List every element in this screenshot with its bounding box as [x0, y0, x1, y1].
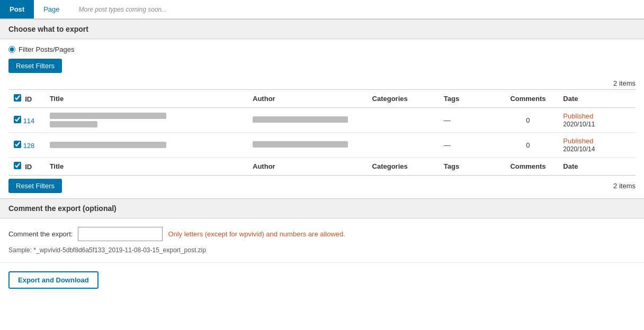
col-header-checkbox: ID: [8, 90, 44, 108]
row2-status: Published: [563, 137, 593, 145]
comment-hint: Only letters (except for wpvivid) and nu…: [168, 230, 345, 238]
tab-page[interactable]: Page: [34, 0, 69, 19]
footer-col-date: Date: [558, 158, 636, 176]
row1-date-cell: Published 2020/10/11: [558, 108, 636, 133]
row2-author-bar: [253, 141, 348, 148]
reset-filters-button-top[interactable]: Reset Filters: [8, 59, 62, 73]
comment-row: Comment the export: Only letters (except…: [8, 227, 636, 241]
footer-reset-row: Reset Filters 2 items: [0, 176, 644, 198]
row1-id-link[interactable]: 114: [23, 117, 35, 125]
col-header-categories: Categories: [367, 90, 439, 108]
row1-checkbox[interactable]: [14, 116, 21, 123]
posts-table: ID Title Author Categories Tags Comments…: [8, 89, 636, 176]
row1-author-bar: [253, 116, 348, 123]
footer-col-author: Author: [247, 158, 367, 176]
items-count-top: 2 items: [0, 77, 644, 89]
comment-sample: Sample: *_wpvivid-5dbf8d6a5f133_2019-11-…: [8, 246, 636, 254]
footer-col-comments: Comments: [498, 158, 558, 176]
select-all-checkbox[interactable]: [14, 94, 21, 102]
row2-title-bars: [50, 142, 242, 148]
row2-checkbox[interactable]: [14, 141, 21, 148]
comment-input[interactable]: [78, 227, 163, 241]
row2-title-bar1: [50, 142, 166, 148]
row2-author-cell: [247, 133, 367, 158]
row1-tags-cell: —: [439, 108, 498, 133]
col-header-date: Date: [558, 90, 636, 108]
footer-col-categories: Categories: [367, 158, 439, 176]
comment-section-header: Comment the export (optional): [0, 198, 644, 218]
col-header-title: Title: [44, 90, 247, 108]
col-header-comments: Comments: [498, 90, 558, 108]
export-download-button[interactable]: Export and Download: [8, 271, 99, 289]
row2-id-link[interactable]: 128: [23, 142, 35, 150]
items-count-bottom-value: 2 items: [613, 182, 636, 190]
export-area: Export and Download: [0, 262, 644, 297]
tabs-container: Post Page More post types coming soon...: [0, 0, 644, 19]
footer-col-id: ID: [8, 158, 44, 176]
row1-categories-cell: [367, 108, 439, 133]
table-row: 128 — 0 Published 2020/10: [8, 133, 636, 158]
row1-author-cell: [247, 108, 367, 133]
footer-col-tags: Tags: [439, 158, 498, 176]
comment-section-body: Comment the export: Only letters (except…: [0, 218, 644, 262]
row2-id-cell: 128: [8, 133, 44, 158]
row1-title-bar2: [50, 121, 97, 127]
items-count-top-value: 2 items: [613, 79, 636, 87]
row1-title-bar1: [50, 113, 166, 119]
row2-comments-cell: 0: [498, 133, 558, 158]
row1-title-cell: [44, 108, 247, 133]
tab-more-post-types: More post types coming soon...: [69, 0, 177, 19]
col-header-author: Author: [247, 90, 367, 108]
row2-tags-cell: —: [439, 133, 498, 158]
choose-export-title: Choose what to export: [8, 25, 88, 33]
row2-title-cell: [44, 133, 247, 158]
row2-categories-cell: [367, 133, 439, 158]
row1-comments-cell: 0: [498, 108, 558, 133]
row1-status: Published: [563, 112, 593, 120]
table-header-row: ID Title Author Categories Tags Comments…: [8, 90, 636, 108]
reset-filters-button-bottom[interactable]: Reset Filters: [8, 179, 62, 193]
row1-date: 2020/10/11: [563, 121, 595, 128]
filter-radio[interactable]: [8, 46, 15, 53]
filter-label-text: Filter Posts/Pages: [19, 45, 75, 53]
tab-post[interactable]: Post: [0, 0, 34, 19]
row2-date: 2020/10/14: [563, 145, 595, 153]
choose-export-header: Choose what to export: [0, 19, 644, 39]
filter-label[interactable]: Filter Posts/Pages: [8, 45, 636, 53]
comment-label: Comment the export:: [8, 230, 73, 238]
row1-id-cell: 114: [8, 108, 44, 133]
col-header-id-label: ID: [25, 95, 32, 103]
col-header-tags: Tags: [439, 90, 498, 108]
row1-title-bars: [50, 113, 242, 127]
row2-date-cell: Published 2020/10/14: [558, 133, 636, 158]
table-row: 114 — 0 Published: [8, 108, 636, 133]
footer-select-all-checkbox[interactable]: [14, 162, 21, 169]
comment-section-title: Comment the export (optional): [8, 204, 117, 213]
filter-area: Filter Posts/Pages Reset Filters: [0, 39, 644, 77]
table-footer-header-row: ID Title Author Categories Tags Comments…: [8, 158, 636, 176]
footer-col-title: Title: [44, 158, 247, 176]
table-wrapper: ID Title Author Categories Tags Comments…: [0, 89, 644, 176]
